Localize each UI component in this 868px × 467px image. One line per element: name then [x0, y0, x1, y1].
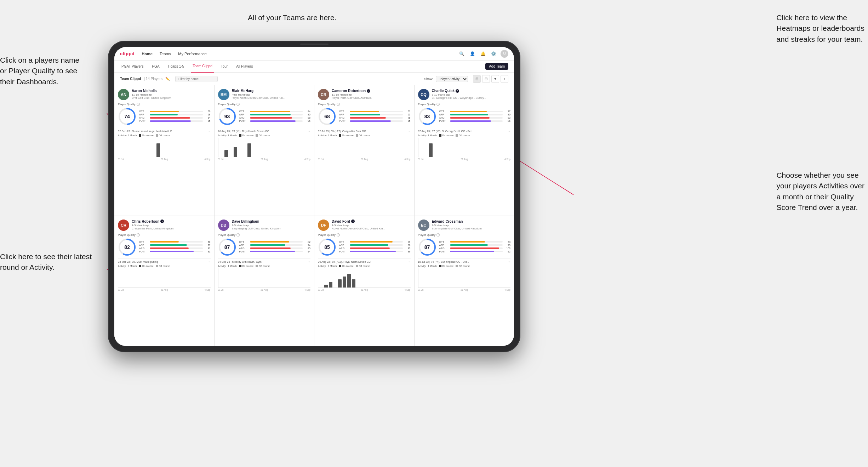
player-card[interactable]: EC Edward Crossman 1-5 Handicap Sunningd…: [415, 216, 514, 346]
player-card[interactable]: BM Blair McHarg Plus Handicap Royal Nort…: [215, 85, 314, 216]
latest-round[interactable]: 02 Jul 23 | 59 (+17), Craigmillar Park G…: [318, 128, 411, 133]
stat-label: ARG: [439, 247, 449, 250]
chart-dates: 31 Jul21 Aug4 Sep: [418, 158, 511, 160]
add-team-button[interactable]: Add Team: [485, 63, 508, 70]
quality-circle[interactable]: 74: [118, 107, 136, 126]
bell-icon[interactable]: 🔔: [479, 50, 486, 57]
offcourse-dot: [256, 134, 258, 137]
player-card[interactable]: DB Dave Billingham 1-5 Handicap Saq Magi…: [215, 216, 314, 346]
player-handicap: 6-10 Handicap: [432, 93, 511, 96]
search-icon[interactable]: 🔍: [458, 50, 465, 57]
activity-chart: [118, 268, 211, 288]
player-card[interactable]: CQ Charlie Quick ✓ 6-10 Handicap St. Geo…: [415, 85, 514, 216]
subnav-all-players[interactable]: All Players: [235, 61, 254, 73]
player-name[interactable]: Aaron Nicholls: [132, 89, 211, 93]
person-icon[interactable]: 👤: [469, 50, 476, 57]
stat-label: ARG: [139, 247, 148, 250]
latest-round[interactable]: 26 Aug 23 | 84 (+12), Royal North Devon …: [318, 258, 411, 263]
latest-round[interactable]: 18 Jul 23 | 74 (+4), Sunningdale GC - Ol…: [418, 258, 511, 263]
filter-button[interactable]: ▼: [491, 75, 499, 83]
latest-round[interactable]: 02 Sep 23 | Sunset round to get back int…: [118, 128, 211, 133]
player-info: Edward Crossman 1-5 Handicap Sunningdale…: [432, 220, 511, 230]
player-card[interactable]: DF David Ford ✓ 1-5 Handicap Royal North…: [314, 216, 414, 346]
quality-circle[interactable]: 87: [418, 238, 436, 256]
show-select[interactable]: Player Activity: [436, 76, 468, 82]
team-header: Team Clippd | 14 Players ✏️ Show: Player…: [114, 73, 514, 85]
player-name[interactable]: Dave Billingham: [232, 220, 311, 223]
quality-circle[interactable]: 68: [318, 107, 336, 126]
player-avatar: CR: [318, 89, 329, 100]
stat-row: APP 79: [439, 244, 511, 246]
edit-icon[interactable]: ✏️: [165, 77, 170, 81]
player-card[interactable]: CR Chris Robertson ✓ 1-5 Handicap Craigm…: [114, 216, 214, 346]
quality-label: Player Quality i: [318, 103, 411, 106]
player-handicap: Plus Handicap: [232, 93, 311, 96]
oncourse-label: On course: [242, 134, 253, 137]
player-name[interactable]: Cameron Robertson ✓: [332, 89, 411, 93]
stat-value: 82: [304, 241, 310, 243]
offcourse-dot: [356, 134, 358, 137]
player-avatar: DF: [318, 220, 329, 231]
stat-row: OTT 82: [239, 241, 311, 243]
player-name[interactable]: Chris Robertson ✓: [132, 220, 211, 223]
latest-round[interactable]: 03 Mar 23 | 19, Must make putting →: [118, 258, 211, 263]
stat-value: 84: [204, 116, 211, 119]
stat-bar-bg: [150, 241, 203, 243]
settings-icon[interactable]: ⚙️: [490, 50, 497, 57]
quality-circle[interactable]: 87: [218, 238, 236, 256]
player-name[interactable]: David Ford ✓: [332, 220, 411, 223]
stat-label: APP: [239, 113, 249, 116]
quality-circle[interactable]: 82: [118, 238, 136, 256]
subnav-hcaps[interactable]: Hcaps 1-5: [167, 61, 186, 73]
player-name[interactable]: Charlie Quick ✓: [432, 89, 511, 93]
stat-bar-bg: [150, 117, 203, 119]
stat-bar-bg: [450, 241, 503, 243]
nav-logo: clippd: [120, 51, 135, 56]
latest-round[interactable]: 26 Aug 23 | 73 (+1), Royal North Devon G…: [218, 128, 311, 133]
quality-circle[interactable]: 85: [318, 238, 336, 256]
player-info: Dave Billingham 1-5 Handicap Saq Maging …: [232, 220, 311, 230]
nav-item-home[interactable]: Home: [142, 52, 153, 56]
subnav-team-clippd[interactable]: Team Clippd: [191, 61, 214, 73]
sort-button[interactable]: ↕: [501, 75, 508, 83]
grid-view-button[interactable]: ⊞: [473, 75, 481, 83]
quality-circle[interactable]: 83: [418, 107, 436, 126]
chart-dates: 31 Jul21 Aug4 Sep: [118, 289, 211, 291]
player-handicap: 11-15 Handicap: [132, 93, 211, 96]
player-name[interactable]: Edward Crossman: [432, 220, 511, 223]
player-name[interactable]: Blair McHarg: [232, 89, 311, 93]
legend-offcourse: Off course: [456, 134, 470, 137]
round-text: 04 Sep 23 | Mobility with coach, Gym: [218, 260, 262, 263]
user-avatar[interactable]: U: [501, 50, 508, 58]
stats-list: OTT 82 APP 74 ARG 85 PUTT 94: [239, 241, 311, 254]
nav-item-teams[interactable]: Teams: [160, 52, 171, 56]
latest-round[interactable]: 07 Aug 23 | 77 (+7), St George's Hill GC…: [418, 128, 511, 133]
subnav-pga[interactable]: PGA: [150, 61, 161, 73]
stat-label: PUTT: [339, 250, 348, 253]
stat-row: PUTT 95: [239, 120, 311, 122]
player-header: EC Edward Crossman 1-5 Handicap Sunningd…: [418, 220, 511, 231]
quality-section: 87 OTT 73 APP 79 ARG 103 PUTT 92: [418, 238, 511, 256]
latest-round[interactable]: 04 Sep 23 | Mobility with coach, Gym →: [218, 258, 311, 263]
info-icon: i: [236, 233, 240, 237]
stat-value: 86: [504, 120, 510, 122]
players-grid: AN Aaron Nicholls 11-15 Handicap Drift G…: [114, 85, 514, 346]
subnav-tour[interactable]: Tour: [219, 61, 229, 73]
offcourse-label: Off course: [259, 265, 270, 267]
stat-bar-bg: [350, 241, 403, 243]
oncourse-dot: [239, 134, 241, 137]
legend-oncourse: On course: [439, 134, 453, 137]
player-filter-input[interactable]: [175, 76, 218, 82]
subnav-pgat[interactable]: PGAT Players: [120, 61, 145, 73]
quality-circle[interactable]: 93: [218, 107, 236, 126]
quality-label: Player Quality i: [318, 233, 411, 237]
list-view-button[interactable]: ⊟: [482, 75, 490, 83]
stat-value: 60: [204, 110, 211, 113]
offcourse-label: Off course: [459, 265, 470, 267]
round-text: 02 Sep 23 | Sunset round to get back int…: [118, 130, 174, 133]
player-card[interactable]: CR Cameron Robertson ✓ 11-15 Handicap Ro…: [314, 85, 414, 216]
verified-icon: ✓: [351, 220, 355, 223]
player-card[interactable]: AN Aaron Nicholls 11-15 Handicap Drift G…: [114, 85, 214, 216]
nav-item-performance[interactable]: My Performance: [178, 52, 207, 56]
annotation-top-right: Click here to view theHeatmaps or leader…: [776, 12, 864, 45]
